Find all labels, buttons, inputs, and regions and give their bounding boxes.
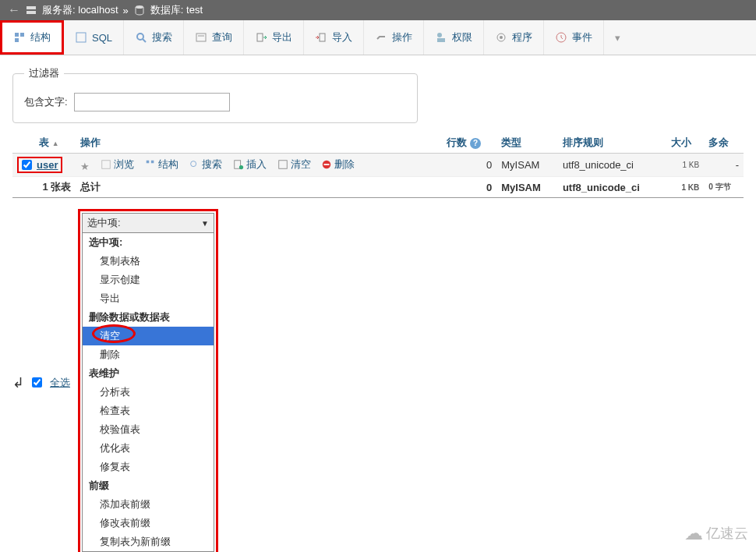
svg-rect-26 xyxy=(324,164,330,165)
svg-rect-14 xyxy=(437,38,445,42)
tab-search[interactable]: 搜索 xyxy=(124,20,184,55)
svg-line-8 xyxy=(143,39,146,42)
drop-link[interactable]: 删除 xyxy=(321,157,355,172)
table-row: user ★ 浏览 结构 搜索 插入 清空 删除 0 MyISAM utf8_u… xyxy=(12,154,744,177)
col-size[interactable]: 大小 xyxy=(666,133,704,154)
svg-point-13 xyxy=(437,33,442,37)
with-selected-dropdown: 选中项: ▼ 选中项: 复制表格 显示创建 导出 删除数据或数据表 清空 删除 … xyxy=(78,209,218,552)
tab-sql[interactable]: SQL xyxy=(64,20,124,55)
dd-copy-table[interactable]: 复制表格 xyxy=(83,252,214,271)
filter-legend: 过滤器 xyxy=(24,66,64,80)
dd-copy-prefix[interactable]: 复制表为新前缀 xyxy=(83,533,214,551)
svg-point-21 xyxy=(191,161,196,167)
table-name-link[interactable]: user xyxy=(37,159,58,171)
svg-point-16 xyxy=(500,36,503,39)
check-all-checkbox[interactable] xyxy=(32,377,42,387)
dd-group: 表维护 xyxy=(83,364,214,383)
tab-structure[interactable]: 结构 xyxy=(0,20,64,55)
totals-type: MyISAM xyxy=(496,177,558,198)
totals-collation: utf8_unicode_ci xyxy=(558,177,667,198)
insert-link[interactable]: 插入 xyxy=(233,157,267,172)
tab-export[interactable]: 导出 xyxy=(244,20,304,55)
row-type: MyISAM xyxy=(496,154,558,177)
col-action: 操作 xyxy=(76,133,442,154)
back-arrow-icon[interactable]: ← xyxy=(8,3,20,17)
svg-rect-12 xyxy=(320,34,325,41)
dd-export[interactable]: 导出 xyxy=(83,289,214,308)
svg-point-23 xyxy=(239,165,243,169)
watermark: ☁ 亿速云 xyxy=(684,522,748,544)
svg-rect-1 xyxy=(26,11,36,14)
row-actions: ★ 浏览 结构 搜索 插入 清空 删除 xyxy=(76,154,442,177)
col-check xyxy=(12,133,34,154)
svg-rect-0 xyxy=(26,6,36,9)
help-icon[interactable]: ? xyxy=(470,138,481,149)
col-collation[interactable]: 排序规则 xyxy=(558,133,667,154)
server-icon xyxy=(25,4,37,16)
query-icon xyxy=(195,31,207,44)
breadcrumb-bar: ← 服务器: localhost » 数据库: test xyxy=(0,0,756,20)
dd-analyze[interactable]: 分析表 xyxy=(83,383,214,402)
routines-icon xyxy=(495,31,507,44)
import-icon xyxy=(315,31,327,44)
dd-checksum[interactable]: 校验值表 xyxy=(83,420,214,439)
svg-rect-5 xyxy=(15,38,19,42)
browse-link[interactable]: 浏览 xyxy=(101,157,134,172)
filter-contains-label: 包含文字: xyxy=(24,95,68,109)
row-size: 1 KB xyxy=(666,154,704,177)
chevron-down-icon: ▼ xyxy=(201,219,209,228)
operations-icon xyxy=(375,31,387,44)
svg-point-2 xyxy=(136,5,143,9)
dd-empty[interactable]: 清空 xyxy=(83,327,214,345)
dd-add-prefix[interactable]: 添加表前缀 xyxy=(83,495,214,514)
dropdown-header[interactable]: 选中项: ▼ xyxy=(82,213,214,233)
tab-routines[interactable]: 程序 xyxy=(484,20,544,55)
col-overhead[interactable]: 多余 xyxy=(704,133,744,154)
dd-optimize[interactable]: 优化表 xyxy=(83,439,214,458)
tab-query[interactable]: 查询 xyxy=(184,20,244,55)
row-checkbox[interactable] xyxy=(22,160,32,170)
svg-rect-9 xyxy=(196,34,206,41)
check-all-link[interactable]: 全选 xyxy=(50,376,70,390)
structure-link[interactable]: 结构 xyxy=(145,157,178,172)
dd-group: 前缀 xyxy=(83,476,214,495)
server-link[interactable]: 服务器: localhost xyxy=(42,3,118,17)
database-link[interactable]: 数据库: test xyxy=(150,3,203,17)
dd-check[interactable]: 检查表 xyxy=(83,402,214,420)
tab-privileges[interactable]: 权限 xyxy=(424,20,484,55)
highlight-ellipse xyxy=(92,324,136,343)
col-table[interactable]: 表 ▲ xyxy=(34,133,76,154)
totals-overhead: 0 字节 xyxy=(704,177,744,198)
dd-replace-prefix[interactable]: 修改表前缀 xyxy=(83,514,214,533)
empty-link[interactable]: 清空 xyxy=(277,157,311,172)
svg-rect-19 xyxy=(146,161,149,164)
svg-rect-4 xyxy=(20,33,24,37)
totals-row: 1 张表 总计 0 MyISAM utf8_unicode_ci 1 KB 0 … xyxy=(12,177,744,198)
totals-count: 1 张表 xyxy=(12,177,76,198)
search-icon xyxy=(135,31,147,44)
arrow-up-icon: ↳ xyxy=(12,374,24,391)
svg-rect-6 xyxy=(76,33,86,42)
row-rows: 0 xyxy=(442,154,496,177)
filter-fieldset: 过滤器 包含文字: xyxy=(12,66,418,123)
fav-icon[interactable]: ★ xyxy=(80,161,90,172)
tab-more[interactable]: ▾ xyxy=(604,20,631,55)
col-rows[interactable]: 行数 ? xyxy=(442,133,496,154)
filter-input[interactable] xyxy=(74,93,230,111)
dd-drop[interactable]: 删除 xyxy=(83,345,214,364)
totals-size: 1 KB xyxy=(666,177,704,198)
breadcrumb-sep: » xyxy=(123,5,129,16)
dd-repair[interactable]: 修复表 xyxy=(83,458,214,476)
dd-show-create[interactable]: 显示创建 xyxy=(83,271,214,289)
svg-rect-3 xyxy=(15,33,19,37)
tab-operations[interactable]: 操作 xyxy=(364,20,424,55)
structure-icon xyxy=(13,31,26,44)
dropdown-list: 选中项: 复制表格 显示创建 导出 删除数据或数据表 清空 删除 表维护 分析表… xyxy=(82,233,214,552)
tab-events[interactable]: 事件 xyxy=(544,20,604,55)
svg-point-7 xyxy=(137,34,143,40)
col-type[interactable]: 类型 xyxy=(496,133,558,154)
dd-group: 删除数据或数据表 xyxy=(83,308,214,327)
totals-sum: 总计 xyxy=(76,177,442,198)
search-link[interactable]: 搜索 xyxy=(189,157,222,172)
tab-import[interactable]: 导入 xyxy=(304,20,364,55)
